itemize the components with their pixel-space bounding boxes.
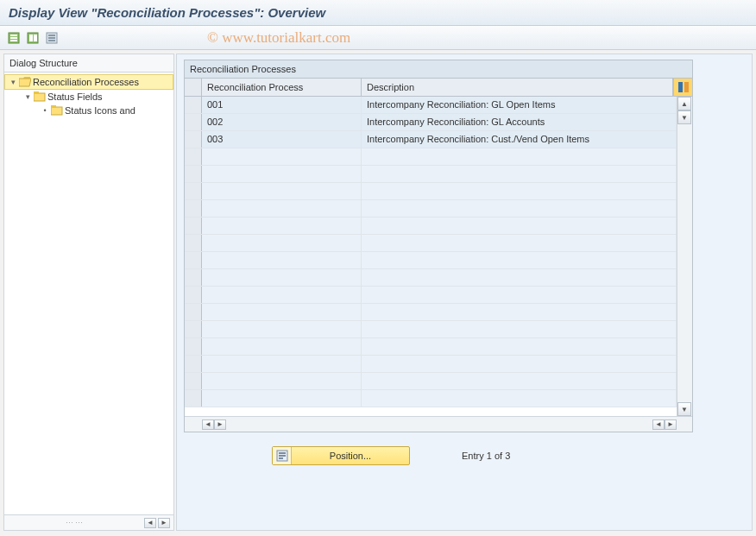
folder-open-icon [19,77,31,87]
cell-code [202,338,362,355]
content-panel: Reconciliation Processes Reconciliation … [176,54,753,531]
table-row [185,148,677,166]
cell-description [362,304,677,320]
svg-rect-21 [279,455,286,457]
column-header-code[interactable]: Reconciliation Process [202,79,362,96]
row-handle[interactable] [185,131,202,148]
row-handle[interactable] [185,304,202,320]
svg-rect-13 [34,93,45,101]
tree-footer: ⋯⋯ ◄ ► [4,514,173,530]
row-handle[interactable] [185,218,202,234]
cell-code [202,235,362,251]
tree-body: ▾ Reconciliation Processes ▾ Status Fiel… [4,73,173,514]
grid-header-row: Reconciliation Process Description [185,79,692,97]
table-row [185,321,677,338]
table-row: 003Intercompany Reconciliation: Cust./Ve… [185,131,677,148]
row-handle[interactable] [185,200,202,217]
table-row [185,390,677,407]
expand-icon[interactable]: ▾ [23,92,32,101]
entry-count-label: Entry 1 of 3 [462,451,510,461]
svg-rect-10 [48,40,55,41]
svg-rect-5 [29,35,33,41]
cell-description [362,218,677,234]
position-icon [273,447,292,464]
drag-handle-icon[interactable]: ⋯⋯ [8,519,142,527]
cell-code [202,269,362,286]
row-handle[interactable] [185,166,202,182]
page-title: Display View "Reconciliation Processes":… [0,0,756,26]
row-handle[interactable] [185,148,202,165]
toolbar-icon-3[interactable] [45,31,59,45]
cell-code [202,183,362,199]
row-handle[interactable] [185,373,202,389]
vertical-scrollbar[interactable]: ▲ ▼ ▼ [677,97,692,416]
toolbar-icon-1[interactable] [7,31,21,45]
configure-columns-icon[interactable] [673,79,692,96]
table-row [185,373,677,390]
row-handle-header [185,79,202,96]
toolbar-icon-2[interactable] [26,31,40,45]
tree-node-label: Status Fields [47,91,103,102]
tree-header: Dialog Structure [4,54,173,73]
tree-node-status-fields[interactable]: ▾ Status Fields [4,90,173,104]
dialog-structure-panel: Dialog Structure ▾ Reconciliation Proces… [3,54,174,531]
folder-icon [51,105,63,116]
scroll-up-icon[interactable]: ▲ [677,97,691,110]
row-handle[interactable] [185,183,202,199]
scroll-left-icon[interactable]: ► [214,419,226,430]
scroll-first-icon[interactable]: ◄ [202,419,214,430]
position-button[interactable]: Position... [272,446,410,465]
cell-description [362,338,677,355]
cell-code [202,252,362,268]
row-handle[interactable] [185,235,202,251]
column-header-description[interactable]: Description [362,79,673,96]
cell-code [202,200,362,217]
row-handle[interactable] [185,390,202,407]
row-handle[interactable] [185,252,202,268]
cell-code [202,287,362,303]
cell-code[interactable]: 001 [202,97,362,113]
scroll-right-icon[interactable]: ◄ [652,419,665,430]
scrollbar-track[interactable] [677,124,692,402]
svg-rect-3 [10,40,17,41]
cell-description[interactable]: Intercompany Reconciliation: Cust./Vend … [362,131,677,148]
footer: Position... Entry 1 of 3 [177,438,752,474]
scroll-right-icon[interactable]: ► [158,518,170,528]
cell-description[interactable]: Intercompany Reconciliation: GL Open Ite… [362,97,677,113]
cell-description [362,166,677,182]
cell-description [362,252,677,268]
cell-code[interactable]: 002 [202,114,362,130]
scrollbar-track[interactable] [226,417,652,432]
cell-code [202,148,362,165]
row-handle[interactable] [185,97,202,113]
cell-description [362,373,677,389]
tree-node-reconciliation-processes[interactable]: ▾ Reconciliation Processes [4,74,173,90]
table-row [185,200,677,218]
cell-code[interactable]: 003 [202,131,362,148]
table-row: 002Intercompany Reconciliation: GL Accou… [185,114,677,131]
row-handle[interactable] [185,287,202,303]
tree-node-status-icons[interactable]: • Status Icons and [4,104,173,117]
scroll-last-icon[interactable]: ► [665,419,677,430]
svg-rect-2 [10,37,17,39]
cell-description [362,390,677,407]
cell-description [362,356,677,372]
svg-rect-14 [34,91,39,94]
row-handle[interactable] [185,321,202,337]
horizontal-scrollbar[interactable]: ◄ ► ◄ ► [185,416,692,432]
expand-icon[interactable]: ▾ [9,78,17,86]
svg-rect-8 [48,35,55,36]
row-handle[interactable] [185,338,202,355]
row-handle[interactable] [185,114,202,130]
position-button-label: Position... [292,451,409,461]
svg-marker-12 [19,79,31,86]
tree-node-label: Reconciliation Processes [33,77,139,87]
cell-description[interactable]: Intercompany Reconciliation: GL Accounts [362,114,677,130]
cell-description [362,183,677,199]
table-row [185,269,677,287]
scroll-bottom-icon[interactable]: ▼ [677,402,691,416]
scroll-left-icon[interactable]: ◄ [144,518,156,528]
row-handle[interactable] [185,269,202,286]
scroll-down-icon[interactable]: ▼ [677,110,691,124]
row-handle[interactable] [185,356,202,372]
